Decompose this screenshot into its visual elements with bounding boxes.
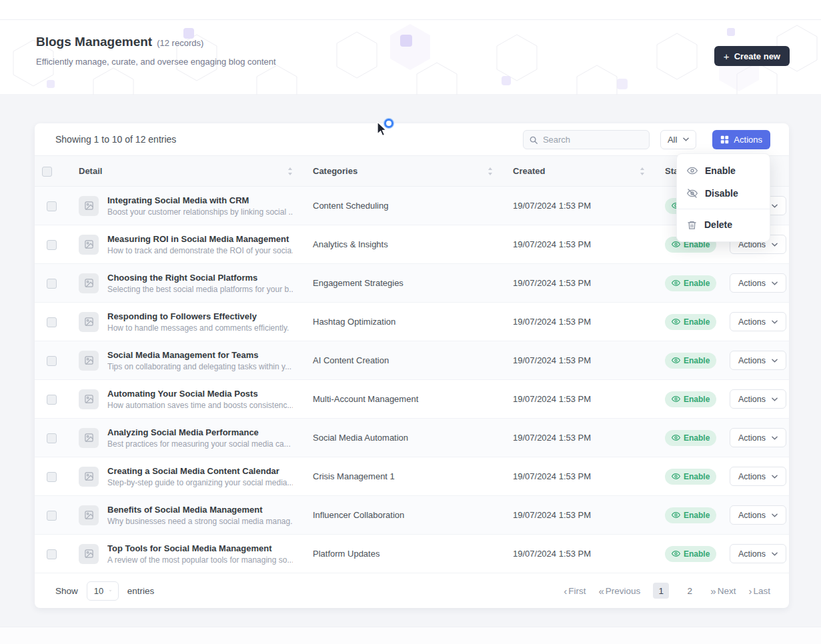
created-cell: 19/07/2024 1:53 PM [502,380,654,419]
category-cell: AI Content Creation [302,341,502,380]
row-actions-button[interactable]: Actions [730,273,786,293]
menu-item-delete[interactable]: Delete [677,213,770,236]
status-badge[interactable]: Enable [665,469,716,485]
search-input[interactable] [523,130,650,149]
table-row: Social Media Management for Teams Tips o… [35,341,789,380]
chevron-down-icon [772,475,778,479]
column-header-created[interactable]: Created [502,156,654,187]
detail-text: Analyzing Social Media Performance Best … [107,427,291,449]
pagination-next[interactable]: » Next [710,586,736,596]
blog-subtitle: Step-by-step guide to organizing your so… [107,478,293,487]
bulk-actions-button[interactable]: Actions [712,130,770,149]
status-badge[interactable]: Enable [665,275,716,291]
menu-item-disable[interactable]: Disable [677,182,770,205]
status-badge-label: Enable [684,356,710,365]
created-cell: 19/07/2024 1:53 PM [502,225,654,264]
pagination-page-1[interactable]: 1 [653,583,669,599]
eye-icon [672,511,680,519]
chevron-down-icon [683,137,689,141]
thumbnail-placeholder [79,196,99,216]
detail-text: Social Media Management for Teams Tips o… [107,350,291,371]
row-checkbox[interactable] [47,549,57,559]
row-checkbox[interactable] [47,395,57,405]
chevron-down-icon [772,552,778,556]
status-badge[interactable]: Enable [665,430,716,446]
column-header-detail-label: Detail [79,166,102,176]
status-badge-label: Enable [684,433,710,443]
page-size-select[interactable]: 10 [87,581,119,601]
row-actions-label: Actions [738,511,766,520]
detail-text: Choosing the Right Social Platforms Sele… [107,273,293,294]
blog-subtitle: Selecting the best social media platform… [107,285,293,294]
row-actions-button[interactable]: Actions [730,428,786,447]
row-actions-label: Actions [738,356,766,365]
chevron-down-icon [772,281,778,285]
row-actions-label: Actions [738,549,766,559]
created-cell: 19/07/2024 1:53 PM [502,457,654,496]
row-actions-button[interactable]: Actions [730,505,786,525]
row-actions-button[interactable]: Actions [730,351,786,370]
grid-icon [720,135,729,144]
actions-dropdown-menu: Enable Disable Delete [676,153,770,242]
table-row: Analyzing Social Media Performance Best … [35,419,789,457]
eye-icon [687,165,698,176]
pagination-previous[interactable]: « Previous [598,586,640,596]
row-checkbox[interactable] [47,201,57,211]
trash-icon [687,220,697,230]
pagination-page-2[interactable]: 2 [682,583,698,599]
page-header: Blogs Management (12 records) Efficientl… [0,19,821,94]
status-badge[interactable]: Enable [665,546,716,562]
status-badge[interactable]: Enable [665,353,716,369]
blog-title: Choosing the Right Social Platforms [107,273,293,283]
blog-subtitle: How to track and demonstrate the ROI of … [107,246,293,255]
sort-icon [287,167,293,176]
row-checkbox[interactable] [47,317,57,327]
column-header-detail[interactable]: Detail [68,156,302,187]
row-checkbox[interactable] [47,279,57,289]
row-checkbox[interactable] [47,433,57,443]
image-icon [84,510,94,520]
table-row: Automating Your Social Media Posts How a… [35,380,789,419]
column-header-categories[interactable]: Categories [302,156,502,187]
double-chevron-right-icon: » [710,586,716,596]
row-actions-label: Actions [738,472,766,481]
create-new-button[interactable]: + Create new [714,46,790,66]
eye-icon [672,356,680,365]
row-checkbox[interactable] [47,472,57,482]
status-badge[interactable]: Enable [665,507,716,523]
row-checkbox[interactable] [47,356,57,366]
pagination-last[interactable]: › Last [748,586,770,596]
pagination-first[interactable]: ‹ First [564,586,586,596]
row-actions-label: Actions [738,317,766,327]
menu-item-enable[interactable]: Enable [677,159,770,182]
eye-icon [672,433,680,442]
detail-cell: Responding to Followers Effectively How … [79,311,302,333]
pagination: ‹ First « Previous 1 2 » Next › Last [564,583,770,599]
blog-title: Integrating Social Media with CRM [107,195,293,205]
row-checkbox[interactable] [47,240,57,250]
row-actions-button[interactable]: Actions [730,389,786,409]
thumbnail-placeholder [79,235,99,255]
chevron-down-icon [772,320,778,324]
row-actions-button[interactable]: Actions [730,467,786,486]
row-actions-button[interactable]: Actions [730,312,786,331]
search-icon [529,135,538,145]
row-actions-button[interactable]: Actions [730,544,786,563]
table-body: Integrating Social Media with CRM Boost … [35,187,789,573]
row-checkbox[interactable] [47,511,57,521]
eye-icon [672,279,680,287]
category-cell: Hashtag Optimization [302,303,502,341]
status-badge[interactable]: Enable [665,391,716,407]
blog-title: Automating Your Social Media Posts [107,389,293,399]
row-actions-label: Actions [738,395,766,404]
category-cell: Engagement Strategies [302,264,502,303]
created-cell: 19/07/2024 1:53 PM [502,419,654,457]
status-badge[interactable]: Enable [665,314,716,330]
table-footer: Show 10 entries ‹ First « Previous 1 2 »… [35,573,789,608]
status-badge-label: Enable [684,511,710,520]
double-chevron-left-icon: « [598,586,604,596]
thumbnail-placeholder [79,351,99,371]
filter-select[interactable]: All [660,130,696,149]
select-all-checkbox[interactable] [42,167,52,177]
category-cell: Platform Updates [302,535,502,573]
